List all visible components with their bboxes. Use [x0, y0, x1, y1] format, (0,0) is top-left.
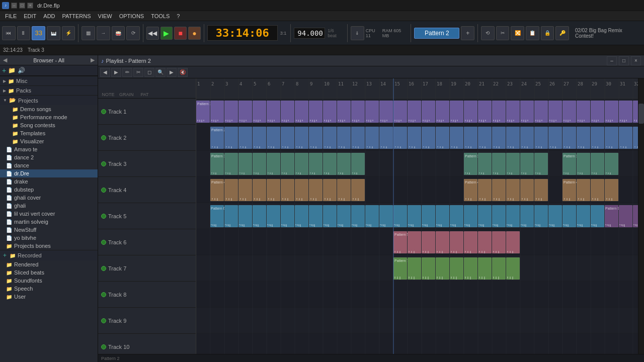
toolbar-icon5[interactable]: 🔒	[541, 26, 554, 40]
svg-rect-1019	[453, 224, 454, 226]
menu-help[interactable]: ?	[174, 13, 183, 20]
sidebar-item-recorded[interactable]: + 📁 Recorded	[0, 250, 98, 260]
pt-mute[interactable]: 🔇	[178, 68, 188, 77]
track-header-8[interactable]: Track 8	[98, 282, 196, 308]
track-header-2[interactable]: Track 2	[98, 125, 196, 151]
pt-play[interactable]: ▶	[167, 68, 177, 77]
sidebar-item-performance-mode[interactable]: 📁 Performance mode	[0, 113, 98, 121]
toolbar-mixer-btn[interactable]: 🎚	[17, 26, 31, 40]
sidebar-item-projects[interactable]: ▼ 📂 Projects	[0, 95, 98, 105]
sidebar-item-dance-2[interactable]: 📄 dance 2	[0, 153, 98, 161]
toolbar-link-btn[interactable]: →	[97, 26, 110, 40]
tb-close[interactable]: ×	[27, 3, 33, 9]
recorded-plus-icon[interactable]: +	[3, 252, 7, 259]
play-btn[interactable]: ▶	[160, 27, 173, 40]
tb-maximize[interactable]: □	[19, 3, 25, 9]
toolbar-icon1[interactable]: ⟲	[481, 26, 495, 40]
sidebar-item-newstuff[interactable]: 📄 NewStuff	[0, 226, 98, 234]
playlist-max[interactable]: □	[619, 56, 629, 65]
svg-rect-742	[609, 146, 610, 148]
sidebar-item-ghali[interactable]: 📄 ghali	[0, 202, 98, 210]
pt-prev[interactable]: ◀	[100, 68, 110, 77]
sidebar-item-templates[interactable]: 📁 Templates	[0, 129, 98, 137]
sidebar-header[interactable]: ◀ Browser - All ▶	[0, 55, 98, 65]
pt-add[interactable]: ✏	[122, 68, 132, 77]
track-header-10[interactable]: Track 10	[98, 334, 196, 354]
playlist-minimize[interactable]: –	[607, 56, 617, 65]
menu-edit[interactable]: EDIT	[21, 13, 39, 20]
sidebar-item-dance[interactable]: 📄 dance	[0, 161, 98, 169]
toolbar-back-btn[interactable]: ⏮	[2, 26, 16, 40]
toolbar-icon4[interactable]: 📋	[526, 26, 539, 40]
menu-add[interactable]: ADD	[40, 13, 58, 20]
sidebar-icon-add[interactable]: +	[2, 66, 6, 74]
stop-btn[interactable]: ■	[174, 27, 187, 40]
playlist-close[interactable]: ×	[631, 56, 641, 65]
toolbar-playlist-btn[interactable]: ▦	[82, 26, 95, 40]
record-btn[interactable]: ●	[188, 27, 201, 40]
menu-file[interactable]: FILE	[2, 13, 20, 20]
track-header-1[interactable]: Track 1	[98, 99, 196, 125]
track-header-4[interactable]: Track 4	[98, 177, 196, 203]
track-header-3[interactable]: Track 3	[98, 151, 196, 177]
sidebar-nav-right[interactable]: ▶	[91, 57, 95, 63]
sidebar-item-dr-dre[interactable]: 📄 dr.Dre	[0, 169, 98, 177]
sidebar-item-dubstep[interactable]: 📄 dubstep	[0, 186, 98, 194]
menu-tools[interactable]: TOOLS	[148, 13, 173, 20]
toolbar-icon3[interactable]: 🔀	[511, 26, 524, 40]
sidebar-item-rendered[interactable]: 📁 Rendered	[0, 260, 98, 268]
svg-rect-716	[520, 127, 534, 149]
sidebar-item-yo-bitvhe[interactable]: 📄 yo bitvhe	[0, 234, 98, 242]
toolbar-piano-btn[interactable]: 🎹	[47, 26, 60, 40]
tb-minimize[interactable]: –	[11, 3, 17, 9]
pt-zoom-in[interactable]: 🔍	[155, 68, 166, 77]
bpm-display[interactable]: 94.000	[294, 28, 325, 39]
toolbar-icon2[interactable]: ✂	[496, 26, 510, 40]
svg-rect-969	[312, 224, 313, 226]
sidebar-item-martin[interactable]: 📄 martin solveig	[0, 218, 98, 226]
sidebar-item-projects-bones[interactable]: 📁 Projects bones	[0, 242, 98, 250]
sidebar-item-drake[interactable]: 📄 drake	[0, 177, 98, 186]
svg-rect-485	[244, 120, 245, 122]
pattern-selector[interactable]: Pattern 2	[414, 28, 459, 39]
sidebar-icon-folder[interactable]: 📁	[8, 67, 16, 74]
svg-rect-706	[482, 146, 483, 148]
track-header-9[interactable]: Track 9	[98, 308, 196, 334]
track-header-5[interactable]: Track 5	[98, 203, 196, 229]
rewind-btn[interactable]: ◀◀	[146, 27, 159, 40]
sidebar-item-demo-songs[interactable]: 📁 Demo songs	[0, 105, 98, 113]
toolbar-record-btn[interactable]: ⟳	[126, 26, 140, 40]
sidebar-item-song-contests[interactable]: 📁 Song contests	[0, 121, 98, 129]
svg-rect-984	[355, 224, 356, 226]
sidebar-item-ghali-cover[interactable]: 📄 ghali cover	[0, 194, 98, 202]
sidebar-item-soundfonts[interactable]: 📁 Soundfonts	[0, 277, 98, 285]
menu-options[interactable]: OPTIONS	[116, 13, 147, 20]
track-header-6[interactable]: Track 6	[98, 229, 196, 255]
playlist-scrollbar[interactable]	[638, 78, 644, 354]
sidebar-icon-speaker[interactable]: 🔊	[18, 67, 25, 74]
sidebar-item-sliced-beats[interactable]: 📁 Sliced beats	[0, 268, 98, 277]
menu-patterns[interactable]: PATTERNS	[59, 13, 94, 20]
add-pattern-btn[interactable]: +	[461, 26, 474, 40]
sidebar-item-amavo-te[interactable]: 📄 Amavo te	[0, 145, 98, 153]
sidebar-item-misc[interactable]: ▶ 📁 Misc	[0, 76, 98, 85]
sidebar-item-lil-vuzi[interactable]: 📄 lil vuzi vert cover	[0, 210, 98, 218]
sidebar-nav-left[interactable]: ◀	[3, 57, 7, 63]
sidebar-item-speech[interactable]: 📁 Speech	[0, 285, 98, 293]
svg-rect-617	[619, 101, 632, 123]
track-header-7[interactable]: Track 7	[98, 255, 196, 282]
pt-next[interactable]: ▶	[111, 68, 121, 77]
sidebar-item-visualizer[interactable]: 📁 Visualizer	[0, 137, 98, 145]
toolbar-pattern-display[interactable]: 33	[32, 26, 45, 40]
toolbar-icon6[interactable]: 🔑	[555, 26, 569, 40]
pt-sel[interactable]: ◻	[144, 68, 154, 77]
toolbar-r-btn[interactable]: ⇓	[351, 26, 364, 40]
track-grid[interactable]: 1234567891011121314151617181920212223242…	[196, 78, 638, 354]
svg-rect-1150	[464, 257, 477, 280]
menu-view[interactable]: VIEW	[95, 13, 115, 20]
pt-cut[interactable]: ✂	[133, 68, 143, 77]
sidebar-item-user[interactable]: 📁 User	[0, 293, 98, 301]
sidebar-item-packs[interactable]: ▶ 📁 Packs	[0, 85, 98, 95]
toolbar-plugin-btn[interactable]: ⚡	[62, 26, 75, 40]
toolbar-slap-btn[interactable]: 🥁	[112, 26, 125, 40]
